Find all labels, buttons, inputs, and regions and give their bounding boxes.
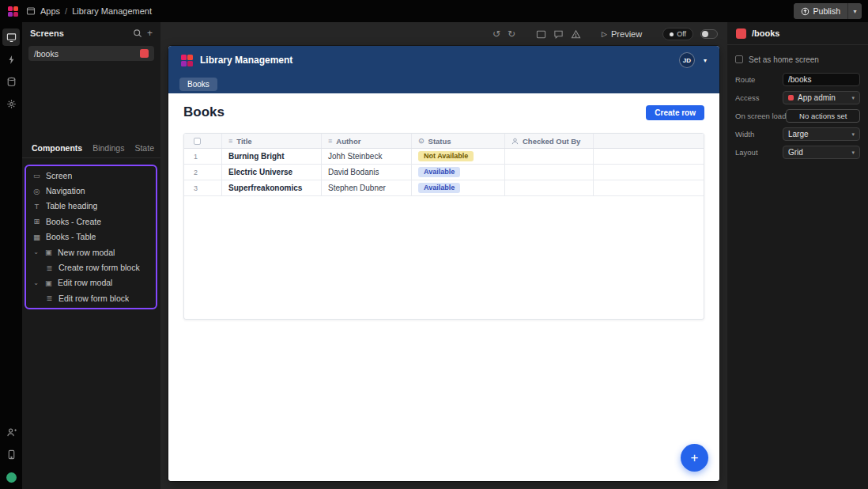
settings-section-icon[interactable]: [2, 95, 20, 112]
off-toggle-pill[interactable]: Off: [662, 28, 693, 40]
canvas-toolbar: ↺ ↻ ▷ Preview: [160, 22, 727, 46]
screens-panel: Screens + /books Components Bindings Sta…: [22, 22, 160, 489]
user-column-icon: [511, 138, 519, 145]
topbar: Apps / Library Management Publish ▾: [0, 0, 868, 22]
warnings-icon[interactable]: [571, 29, 581, 40]
user-avatar-initials[interactable]: JD: [679, 52, 695, 68]
plus-icon: +: [691, 451, 699, 464]
publish-menu-button[interactable]: ▾: [847, 3, 862, 19]
column-header-title[interactable]: Title: [236, 137, 251, 146]
column-header-author[interactable]: Author: [336, 137, 360, 146]
cell-checked-out-by[interactable]: [505, 149, 594, 164]
screen-color-swatch[interactable]: [736, 28, 746, 39]
tree-item-books-table[interactable]: ▦ Books - Table: [26, 229, 156, 244]
mobile-preview-icon[interactable]: [2, 445, 20, 463]
tree-item-screen[interactable]: ▭ Screen: [26, 168, 156, 183]
eye-icon: ◎: [32, 187, 41, 195]
app-logo: [181, 55, 193, 66]
tree-item-edit-row-form-block[interactable]: ≣ Edit row form block: [26, 290, 156, 305]
access-setting-row: Access App admin ▾: [735, 91, 860, 104]
app-navigation: Books: [168, 74, 719, 93]
add-screen-icon[interactable]: +: [147, 28, 153, 39]
redo-icon[interactable]: ↻: [508, 28, 515, 40]
tab-bindings[interactable]: Bindings: [92, 143, 124, 153]
status-dot-icon: [670, 32, 674, 36]
select-column-icon: ⊙: [418, 137, 425, 145]
status-badge: Available: [418, 167, 460, 178]
expand-chevron-icon[interactable]: ⌄: [32, 248, 40, 256]
user-avatar[interactable]: [6, 472, 17, 483]
device-toggle[interactable]: [700, 29, 718, 39]
create-row-button[interactable]: Create row: [646, 105, 704, 120]
app-preview: Library Management JD ▾ Books Books Crea…: [168, 46, 719, 481]
tree-item-table-heading[interactable]: T Table heading: [26, 199, 156, 214]
layout-select[interactable]: Grid ▾: [783, 146, 860, 159]
select-all-checkbox[interactable]: [194, 138, 201, 145]
route-setting-row: Route: [735, 73, 860, 86]
tab-components[interactable]: Components: [32, 143, 82, 153]
chevron-down-icon: ▾: [851, 131, 855, 138]
automation-section-icon[interactable]: [2, 51, 20, 68]
nav-tab-books[interactable]: Books: [179, 78, 217, 91]
comments-icon[interactable]: [553, 29, 564, 40]
undo-icon[interactable]: ↺: [492, 28, 500, 40]
route-input[interactable]: [783, 73, 860, 86]
settings-panel-header: /books: [727, 22, 868, 45]
tree-item-new-row-modal[interactable]: ⌄ ▣ New row modal: [26, 244, 156, 260]
screen-item-books[interactable]: /books: [28, 46, 154, 61]
chevron-down-icon[interactable]: ▾: [704, 57, 707, 64]
app-header: Library Management JD ▾: [168, 46, 719, 74]
preview-button[interactable]: ▷ Preview: [602, 29, 642, 39]
cell-title[interactable]: Burning Bright: [222, 149, 322, 164]
table-row[interactable]: 3 Superfreakonomics Stephen Dubner Avail…: [184, 180, 704, 196]
cell-title[interactable]: Superfreakonomics: [222, 180, 322, 195]
budibase-builder: Apps / Library Management Publish ▾: [0, 0, 868, 489]
column-header-checked-out-by[interactable]: Checked Out By: [523, 137, 580, 146]
tab-state[interactable]: State: [134, 143, 154, 153]
home-screen-label: Set as home screen: [749, 55, 819, 64]
tree-item-edit-row-modal[interactable]: ⌄ ▣ Edit row modal: [26, 275, 156, 290]
design-section-icon[interactable]: [2, 28, 20, 46]
access-select[interactable]: App admin ▾: [783, 91, 860, 104]
form-block-icon: ≣: [45, 294, 54, 302]
text-column-icon: ≡: [328, 137, 332, 145]
panel-tabs: Components Bindings State: [22, 138, 160, 158]
form-create-icon: ⊞: [32, 217, 41, 226]
invite-users-icon[interactable]: [2, 423, 20, 441]
cell-checked-out-by[interactable]: [505, 165, 594, 180]
settings-panel-title: /books: [752, 28, 779, 38]
text-icon: T: [32, 202, 41, 210]
cell-checked-out-by[interactable]: [505, 180, 594, 195]
width-select[interactable]: Large ▾: [783, 127, 860, 141]
cell-author[interactable]: Johh Steinbeck: [322, 149, 412, 164]
search-icon[interactable]: [133, 28, 142, 38]
page-title: Books: [183, 104, 225, 120]
column-header-status[interactable]: Status: [428, 137, 451, 146]
table-row[interactable]: 2 Electric Universe David Bodanis Availa…: [184, 165, 704, 180]
home-screen-checkbox-row[interactable]: Set as home screen: [735, 53, 860, 66]
cell-title[interactable]: Electric Universe: [222, 165, 322, 180]
on-screen-load-row: On screen load No actions set: [735, 109, 860, 123]
expand-chevron-icon[interactable]: ⌄: [32, 279, 40, 286]
table-row[interactable]: 1 Burning Bright Johh Steinbeck Not Avai…: [184, 149, 704, 165]
toggle-knob: [702, 31, 708, 37]
tree-item-create-row-form-block[interactable]: ≣ Create row form block: [26, 260, 156, 275]
settings-panel-body: Set as home screen Route Access App admi…: [727, 45, 868, 159]
tree-item-navigation[interactable]: ◎ Navigation: [26, 183, 156, 198]
component-tree: ▭ Screen ◎ Navigation T Table heading ⊞ …: [25, 165, 157, 309]
home-screen-checkbox[interactable]: [735, 55, 743, 63]
floating-add-button[interactable]: +: [681, 444, 708, 472]
cell-author[interactable]: Stephen Dubner: [322, 180, 412, 195]
cell-author[interactable]: David Bodanis: [322, 165, 412, 180]
screen-size-icon[interactable]: [536, 29, 546, 40]
breadcrumb-apps[interactable]: Apps: [40, 6, 60, 16]
publish-button[interactable]: Publish: [794, 3, 847, 19]
data-section-icon[interactable]: [2, 73, 20, 90]
role-color-dot: [788, 95, 794, 100]
form-block-icon: ≣: [45, 263, 54, 272]
on-screen-load-button[interactable]: No actions set: [786, 109, 860, 123]
budibase-logo[interactable]: [8, 6, 18, 17]
window-icon: ▭: [32, 171, 41, 180]
publish-button-group: Publish ▾: [794, 3, 862, 19]
tree-item-books-create[interactable]: ⊞ Books - Create: [26, 214, 156, 229]
